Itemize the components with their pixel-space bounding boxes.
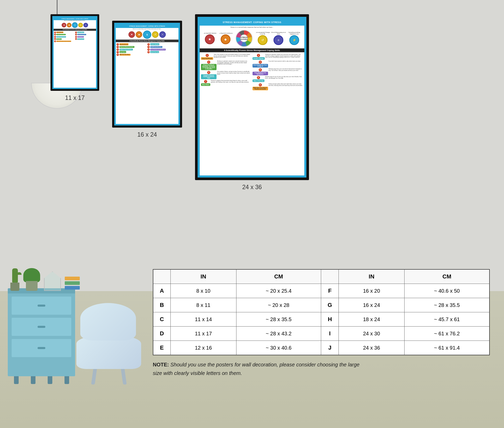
chair-leg [91,369,97,385]
table-header-cm1: CM [236,269,321,284]
poster-intro-medium: Stress is a normal body response that we… [116,28,178,30]
row-label-g: G [321,298,339,312]
step-4-small: 4 Find A Person You Trust... [75,34,96,35]
step-2-medium: 2 Positive Attitude [147,43,178,46]
poster-label-small: 11 x 17 [65,94,84,101]
row-in-e: 12 x 16 [170,341,236,355]
books-stack [65,277,80,290]
dresser [8,288,75,376]
table-row: D 11 x 17 ~ 28 x 43.2 I 24 x 30 ~ 61 x 7… [153,327,489,341]
row-cm-d: ~ 28 x 43.2 [236,327,321,341]
step-col-right-medium: 2 Positive Attitude 4 Find A Person You … [147,43,178,56]
step-3-medium: 3 Progressive Muscle Relaxation... [117,46,147,48]
steps-right-large: 2 Positive Attitude Keeping an optimisti… [253,54,303,90]
step-7-medium: 7 Help Others [117,51,147,53]
step-4-large: 4 Find A Person You Trust To Talk To If … [253,61,303,68]
table-header-empty1 [153,269,170,284]
step-8-medium: 8 Take A Time Out [147,51,178,53]
step-8-small: 8 Take A Time Out [75,38,96,40]
step-5-large: 5 Engage In Physical Activity Or Exercis… [201,71,252,79]
poster-frame-large: STRESS MANAGEMENT: COPING WITH STRESS St… [195,14,309,180]
row-in-b: 8 x 11 [170,298,236,312]
table-row: A 8 x 10 ~ 20 x 25.4 F 16 x 20 ~ 40.6 x … [153,284,489,298]
table-header-in1: IN [170,269,236,284]
row-in-j: 24 x 36 [339,341,405,355]
round-plant [23,268,40,291]
book [65,286,80,290]
row-in-i: 24 x 30 [339,327,405,341]
dresser-drawer-3 [12,339,71,357]
chair-leg [121,369,126,385]
poster-label-medium: 16 x 24 [137,131,157,138]
poster-header-small: STRESS MANAGEMENT: COPING WITH STRESS [54,17,96,20]
poster-header-medium: STRESS MANAGEMENT: COPING WITH STRESS [116,24,178,28]
poster-header-large: STRESS MANAGEMENT: COPING WITH STRESS [200,19,304,26]
steps-grid-medium: 1 Stop And Breath 3 Progressive Muscle R… [116,43,178,56]
section-title-large: 9 Scientifically Proven Stress Managemen… [200,48,304,52]
poster-content-medium: STRESS MANAGEMENT: COPING WITH STRESS St… [116,24,178,124]
poster-content-small: STRESS MANAGEMENT: COPING WITH STRESS St… [54,17,96,88]
poster-frame-small: STRESS MANAGEMENT: COPING WITH STRESS St… [51,14,99,91]
poster-circles-medium: ★ ◆ S ↺ ≡ [116,30,178,39]
steps-left-large: 1 Stop And Breath Take a few minutes to … [201,54,252,90]
circle-item-1: ...an important decision ★ [202,32,218,44]
step-1-small: 1 Stop And Breath [54,32,75,33]
terrarium-glass [44,271,61,291]
row-in-h: 18 x 24 [339,312,405,327]
cactus-plant [10,268,19,291]
row-label-i: I [321,327,339,341]
cactus-arm [17,272,21,275]
circle-item-4: ...an unexpected Change in our life ↺ [255,32,270,45]
circle-change: ↺ [78,23,83,27]
note-label: NOTE: [153,362,169,367]
posters-area: STRESS MANAGEMENT: COPING WITH STRESS St… [51,14,309,191]
steps-grid-small: 1 Stop And Breath 2 Positive Attitude 3 … [54,31,96,41]
table-header-cm2: CM [404,269,489,284]
row-cm-h: ~ 45.7 x 61 [404,312,489,327]
poster-large-container: STRESS MANAGEMENT: COPING WITH STRESS St… [195,14,309,191]
stress-wheel-container: STRESS includes [234,30,254,47]
dresser-drawer-2 [12,318,71,336]
table-row: C 11 x 14 ~ 28 x 35.5 H 18 x 24 ~ 45.7 x… [153,312,489,327]
dresser-drawer-1 [12,297,71,315]
book [65,281,80,285]
row-cm-a: ~ 20 x 25.4 [236,284,321,298]
circle-item-2: ...a big event coming up ◆ [218,32,233,44]
section-title-medium: 9 Scientifically Proven Stress Managemen… [116,40,178,42]
step-6-small: 6 Yoga, Meditation... [75,36,96,38]
circle-stress: S [72,22,78,28]
dresser-leg [31,376,35,384]
row-label-j: J [321,341,339,355]
cactus-body [12,268,18,283]
step-5-num-area: 5 Engage In Physical Activity Or Exercis… [201,71,217,79]
circle-event: ◆ [67,23,71,27]
step-9-medium: 9 Make Sure Your Sleep... [117,54,147,56]
poster-circles-row-large: ...an important decision ★ ...a big even… [200,29,304,48]
step-2-small: 2 Positive Attitude [75,32,96,33]
step-4-medium: 4 Find A Person You Trust... [147,46,178,48]
row-label-d: D [153,327,170,341]
row-cm-j: ~ 61 x 91.4 [404,341,489,355]
book [65,277,80,280]
size-table-section: IN CM IN CM A 8 x 10 ~ 20 x 25.4 F 16 x … [153,269,490,378]
table-header-in2: IN [339,269,405,284]
step-6-num-area: 6 Yoga, Meditation And Mindfulness [253,68,268,75]
chair-legs [79,369,139,385]
row-in-c: 11 x 14 [170,312,236,327]
step-9-small: 9 Make Sure Your Sleep Is Plentiful And … [54,40,96,43]
step-7-large: 7 Help Others Research suggests that pro… [201,80,252,86]
step-1-num-area: 1 Stop And Breath [201,54,213,60]
chair-back [80,303,136,341]
circle-things: ≡ [83,23,88,27]
poster-medium-container: STRESS MANAGEMENT: COPING WITH STRESS St… [112,21,182,138]
row-cm-b: ~ 20 x 28 [236,298,321,312]
row-in-f: 16 x 20 [339,284,405,298]
row-label-a: A [153,284,170,298]
step-2-num-area: 2 Positive Attitude [253,54,265,60]
circle-item-6: Something terrifying happens to you ⚡ [286,32,302,45]
step-1-large: 1 Stop And Breath Take a few minutes to … [201,54,252,60]
chair [76,303,141,385]
terrarium [44,271,61,291]
step-9-num-area: 9 Make Sure Your Sleep Is Plentiful And … [253,83,268,90]
step-5-medium: 5 Engage In Physical Activity... [117,48,147,51]
